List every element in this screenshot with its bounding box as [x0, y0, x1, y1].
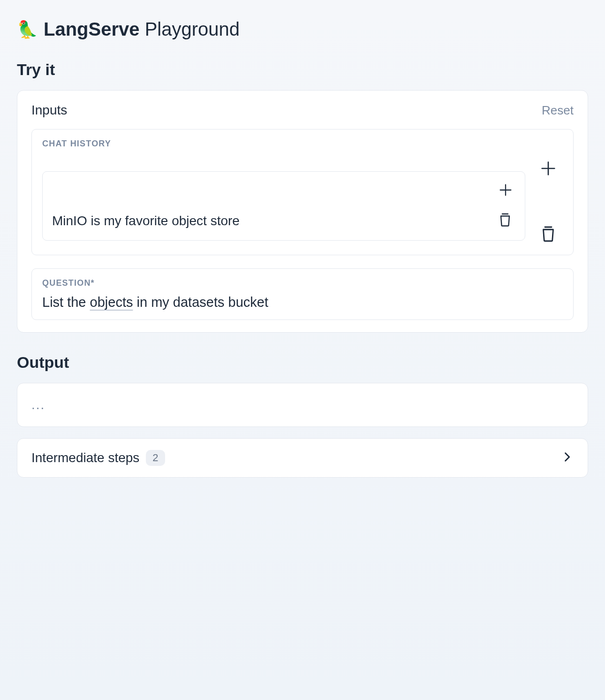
plus-icon — [498, 182, 514, 198]
chat-message-text[interactable]: MinIO is my favorite object store — [52, 211, 240, 228]
title-bold: LangServe — [44, 19, 140, 39]
chevron-right-icon — [560, 450, 574, 465]
intermediate-steps-toggle[interactable]: Intermediate steps 2 — [17, 438, 588, 478]
inputs-title: Inputs — [31, 103, 67, 118]
add-chat-message-button[interactable] — [537, 157, 560, 180]
question-input[interactable]: List the objects in my datasets bucket — [42, 295, 563, 310]
plus-icon — [539, 159, 558, 178]
delete-message-content-button[interactable] — [495, 209, 515, 230]
delete-chat-message-button[interactable] — [537, 222, 560, 245]
intermediate-steps-count-badge: 2 — [146, 450, 165, 466]
trash-icon — [538, 224, 558, 243]
page-title: 🦜 LangServe Playground — [17, 19, 588, 40]
output-placeholder: ... — [31, 397, 574, 412]
chat-history-label: CHAT HISTORY — [42, 139, 563, 149]
trash-icon — [497, 211, 514, 228]
reset-button[interactable]: Reset — [542, 103, 574, 118]
inputs-card: Inputs Reset CHAT HISTORY — [17, 90, 588, 333]
intermediate-steps-label: Intermediate steps — [31, 450, 139, 465]
output-heading: Output — [17, 353, 588, 372]
chat-message-item: MinIO is my favorite object store — [42, 171, 525, 241]
question-field: QUESTION* List the objects in my dataset… — [31, 268, 574, 320]
parrot-icon: 🦜 — [17, 20, 38, 39]
output-card: ... — [17, 383, 588, 427]
title-light: Playground — [145, 19, 240, 39]
try-it-heading: Try it — [17, 61, 588, 79]
question-label: QUESTION* — [42, 278, 563, 288]
add-message-content-button[interactable] — [496, 180, 515, 200]
chat-history-field: CHAT HISTORY — [31, 129, 574, 255]
